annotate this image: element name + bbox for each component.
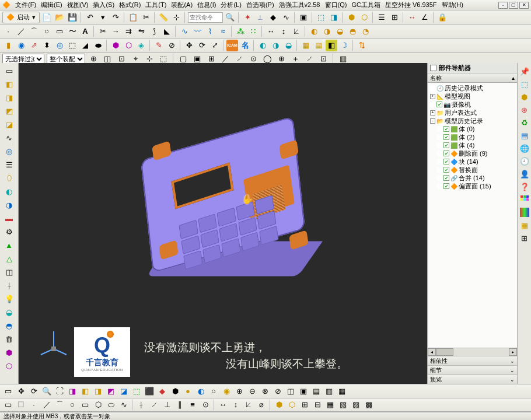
bt2-c3-icon[interactable]: ⊥ [161,399,173,411]
menu-assembly[interactable]: 装配(A) [171,1,193,9]
bt2-sk-icon[interactable]: ▭ [2,399,14,411]
nav-section-preview[interactable]: 预览⌄ [428,374,517,384]
bt-r11-icon[interactable]: ○ [208,385,219,397]
spline-icon[interactable]: 〜 [67,26,78,37]
vis1-icon[interactable]: ◐ [257,40,268,51]
bt2-m4-icon[interactable]: ⊟ [312,399,323,411]
bt2-ell-icon[interactable]: ⬭ [105,399,117,411]
bt2-d3-icon[interactable]: ⟀ [243,399,254,411]
scroll-thumb[interactable] [436,348,453,356]
bt-r14-icon[interactable]: ⊖ [246,385,258,397]
bt-r13-icon[interactable]: ⊕ [233,385,245,397]
nav-column-header[interactable]: 名称▴ [428,74,517,83]
text-icon[interactable]: A [79,26,91,37]
pattern-icon[interactable]: ⁂ [235,26,246,37]
menu-help[interactable]: 帮助(H) [442,1,463,9]
bt2-m1-icon[interactable]: ⬢ [273,399,285,411]
lt-surf1-icon[interactable]: ◐ [2,185,16,198]
bt2-d4-icon[interactable]: ⌀ [256,399,267,411]
bool2-icon[interactable]: ⬡ [123,40,134,51]
bool3-icon[interactable]: ◈ [135,40,147,51]
bt2-m2-icon[interactable]: ⬡ [286,399,298,411]
rb-role-icon[interactable]: 👤 [519,168,530,180]
rb-hd-icon[interactable]: ▤ [519,130,530,141]
search-icon[interactable]: 🔍 [224,12,236,23]
surf5-icon[interactable]: ◔ [359,26,371,37]
cut-icon[interactable]: ✂ [140,12,152,23]
lt-cube3-icon[interactable]: ◩ [2,104,16,117]
dim-icon[interactable]: ↔ [265,26,277,37]
bt-r19-icon[interactable]: ▤ [310,385,322,397]
menu-prefs[interactable]: 首选项(P) [246,1,274,9]
lt-books-icon[interactable]: ▬ [2,212,16,225]
bt2-m6-icon[interactable]: ▧ [337,399,349,411]
menu-analysis[interactable]: 分析(L) [221,1,241,9]
open-icon[interactable]: 📂 [54,12,65,23]
tree-node[interactable]: ✔🔶偏置面 (15) [428,182,517,190]
layer-icon[interactable]: ☰ [376,12,387,23]
sketch-curve4-icon[interactable]: ≈ [217,26,229,37]
bt2-arc-icon[interactable]: ⌒ [54,399,65,411]
tree-node[interactable]: ✔🔶替换面 [428,166,517,174]
surf3-icon[interactable]: ◒ [334,26,345,37]
surf1-icon[interactable]: ◐ [308,26,320,37]
bt-r4-icon[interactable]: ◪ [118,385,130,397]
revolve-icon[interactable]: ◉ [15,40,27,51]
bt-r18-icon[interactable]: ▣ [298,385,309,397]
bt-r10-icon[interactable]: ◐ [195,385,207,397]
lt-cube2-icon[interactable]: ◨ [2,91,16,104]
command-search-input[interactable] [188,12,223,23]
menu-haoqiang[interactable]: 浩强工具v2.58 [279,1,320,9]
lock-icon[interactable]: 🔒 [436,12,448,23]
nav-hscroll[interactable]: ◂ ▸ [428,348,517,356]
grid-icon[interactable]: ⊞ [389,12,400,23]
edit-feat-icon[interactable]: ✎ [153,40,165,51]
rect-icon[interactable]: ▭ [54,26,65,37]
loft-icon[interactable]: ⬍ [41,40,53,51]
bt-rot-icon[interactable]: ⟳ [28,385,40,397]
window-close-button[interactable]: ✕ [519,2,529,9]
menu-view[interactable]: 视图(V) [67,1,89,9]
tree-node[interactable]: ✔📷摄像机 [428,100,517,108]
3d-viewport[interactable]: ✋ Q 千言教育 QIANYAN EDUCATION 没有激流则谈不上勇进， 没… [19,63,427,384]
menu-edit[interactable]: 编辑(E) [41,1,62,9]
bt-move-icon[interactable]: ✥ [15,385,27,397]
bt-sel-icon[interactable]: ▭ [2,385,14,397]
point-icon[interactable]: ⊹ [170,12,182,23]
csys-icon[interactable]: ✦ [242,12,253,23]
start-button[interactable]: 🔶启动▾ [2,12,40,23]
bt2-skopt-icon[interactable]: ☐ [15,399,27,411]
bt-section-icon[interactable]: ◨ [67,385,78,397]
name-icon[interactable]: 名 [239,40,251,51]
scroll-right-icon[interactable]: ▸ [509,348,517,356]
new-icon[interactable]: 📄 [41,12,53,23]
array-icon[interactable]: ∷ [247,26,259,37]
rb-reuse-icon[interactable]: ♻ [519,117,530,128]
wire-cube-icon[interactable]: ⬚ [315,12,327,23]
save-icon[interactable]: 💾 [67,12,78,23]
angle-icon[interactable]: ∠ [419,12,431,23]
rb-misc2-icon[interactable]: ⊞ [519,232,530,244]
bt2-rect-icon[interactable]: ▭ [79,399,91,411]
vis5-icon[interactable]: ▤ [313,40,324,51]
bt-r17-icon[interactable]: ◫ [285,385,296,397]
lt-trash-icon[interactable]: 🗑 [2,332,16,345]
extrude-icon[interactable]: ▮ [2,40,14,51]
lt-surf3-icon[interactable]: ◒ [2,306,16,318]
bt-r7-icon[interactable]: ◆ [156,385,168,397]
lt-cube4-icon[interactable]: ◪ [2,118,16,131]
chamfer-icon[interactable]: ◣ [161,26,173,37]
bt2-m3-icon[interactable]: ⊞ [299,399,310,411]
rb-nav-icon[interactable]: ⬚ [519,78,530,90]
measure-icon[interactable]: ↔ [406,12,418,23]
bool1-icon[interactable]: ⬢ [110,40,121,51]
bt2-m8-icon[interactable]: ▩ [363,399,375,411]
vis3-icon[interactable]: ◒ [282,40,294,51]
tree-node[interactable]: ✔🔷块 (14) [428,158,517,166]
curve-icon[interactable]: ∿ [280,12,292,23]
draft-icon[interactable]: ◢ [79,40,91,51]
lt-misc1-icon[interactable]: ⬢ [2,346,16,359]
bt2-poly-icon[interactable]: ⬡ [92,399,104,411]
scroll-left-icon[interactable]: ◂ [428,348,436,356]
tree-node[interactable]: ✔🟩体 (4) [428,141,517,149]
